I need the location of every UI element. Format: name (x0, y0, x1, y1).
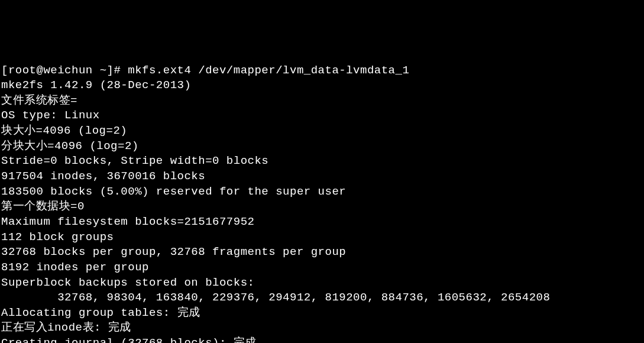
output-line: Stride=0 blocks, Stripe width=0 blocks (1, 154, 643, 169)
output-line: Creating journal (32768 blocks): 完成 (1, 336, 643, 343)
output-line: 32768 blocks per group, 32768 fragments … (1, 245, 643, 260)
output-line: 分块大小=4096 (log=2) (1, 139, 643, 154)
output-line: Superblock backups stored on blocks: (1, 276, 643, 291)
output-line: 917504 inodes, 3670016 blocks (1, 169, 643, 185)
output-line: OS type: Linux (1, 108, 643, 124)
output-line: 112 block groups (1, 230, 643, 245)
output-line: 183500 blocks (5.00%) reserved for the s… (1, 185, 643, 200)
output-line: 正在写入inode表: 完成 (1, 321, 643, 336)
output-line: mke2fs 1.42.9 (28-Dec-2013) (1, 78, 643, 93)
output-line: Maximum filesystem blocks=2151677952 (1, 215, 643, 230)
output-line: 块大小=4096 (log=2) (1, 124, 643, 139)
output-line: 第一个数据块=0 (1, 199, 643, 215)
shell-command: mkfs.ext4 /dev/mapper/lvm_data-lvmdata_1 (128, 64, 409, 77)
shell-prompt: [root@weichun ~]# (1, 64, 128, 77)
output-line: 文件系统标签= (1, 93, 643, 109)
command-line: [root@weichun ~]# mkfs.ext4 /dev/mapper/… (1, 63, 643, 79)
output-line: Allocating group tables: 完成 (1, 306, 643, 321)
terminal-output[interactable]: [root@weichun ~]# mkfs.ext4 /dev/mapper/… (1, 63, 643, 343)
output-line: 8192 inodes per group (1, 260, 643, 276)
output-line: 32768, 98304, 163840, 229376, 294912, 81… (1, 290, 643, 306)
